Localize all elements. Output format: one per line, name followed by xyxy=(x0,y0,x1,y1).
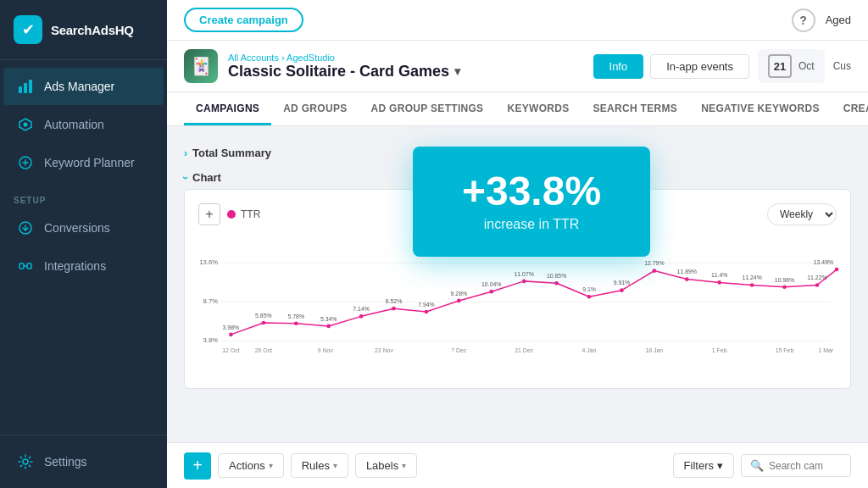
svg-text:9.28%: 9.28% xyxy=(451,291,468,297)
sidebar-item-settings[interactable]: Settings xyxy=(3,443,164,480)
sidebar-bottom: Settings xyxy=(0,435,167,488)
tab-ad-group-settings[interactable]: AD GROUP SETTINGS xyxy=(359,92,496,125)
filters-dropdown[interactable]: Filters ▾ xyxy=(673,453,734,478)
logo-text: SearchAdsHQ xyxy=(51,23,134,37)
account-dropdown-chevron[interactable]: ▾ xyxy=(454,64,460,78)
breadcrumb: All Accounts › AgedStudio xyxy=(228,53,460,63)
svg-rect-2 xyxy=(29,80,32,93)
svg-rect-1 xyxy=(24,83,27,93)
content-area: +33.8% increase in TTR › Total Summary ›… xyxy=(167,126,868,442)
sidebar-item-integrations[interactable]: Integrations xyxy=(3,247,164,285)
tab-inapp-button[interactable]: In-app events xyxy=(650,54,749,79)
user-label: Aged xyxy=(826,14,851,26)
svg-text:1 Feb: 1 Feb xyxy=(712,347,727,353)
filters-caret: ▾ xyxy=(717,459,723,472)
cus-label: Cus xyxy=(833,60,851,72)
tab-ad-groups[interactable]: AD GROUPS xyxy=(271,92,359,125)
ads-manager-icon xyxy=(17,78,34,95)
topbar-left: Create campaign xyxy=(184,8,303,32)
actions-dropdown[interactable]: Actions ▾ xyxy=(218,453,284,478)
svg-point-3 xyxy=(24,123,28,127)
ttr-legend-label: TTR xyxy=(241,208,260,220)
chart-controls-left: + TTR xyxy=(198,203,260,225)
data-point-15 xyxy=(717,280,721,285)
add-button[interactable]: + xyxy=(184,452,211,480)
help-button[interactable]: ? xyxy=(792,8,815,32)
highlight-pct: +33.8% xyxy=(462,171,601,212)
svg-text:9 Nov: 9 Nov xyxy=(318,347,334,353)
svg-text:9.91%: 9.91% xyxy=(614,280,631,286)
conversions-icon xyxy=(17,219,34,236)
y-label-mid: 8.7% xyxy=(203,297,219,305)
calendar-month: Oct xyxy=(798,60,815,72)
svg-text:5.78%: 5.78% xyxy=(287,313,304,319)
main-area: Create campaign ? Aged 🃏 All Accounts › … xyxy=(167,0,868,488)
keyword-planner-icon xyxy=(17,154,34,171)
breadcrumb-all[interactable]: All Accounts xyxy=(228,53,279,63)
chart-arrow: › xyxy=(180,176,192,180)
account-tabs: Info In-app events xyxy=(593,54,749,79)
search-wrap[interactable]: 🔍 xyxy=(741,454,851,477)
account-info: 🃏 All Accounts › AgedStudio Classic Soli… xyxy=(184,49,460,83)
account-header-right: Info In-app events 21 Oct Cus xyxy=(593,49,851,83)
data-point-9 xyxy=(522,280,526,284)
data-point-1 xyxy=(262,321,266,325)
integrations-label: Integrations xyxy=(44,259,106,273)
data-point-17 xyxy=(782,285,787,289)
topbar-right: ? Aged xyxy=(792,8,851,32)
rules-dropdown[interactable]: Rules ▾ xyxy=(291,453,348,478)
data-point-8 xyxy=(489,290,493,294)
svg-text:11.4%: 11.4% xyxy=(711,272,728,278)
svg-text:1 Mar: 1 Mar xyxy=(819,347,834,353)
labels-caret: ▾ xyxy=(402,461,406,470)
account-header: 🃏 All Accounts › AgedStudio Classic Soli… xyxy=(167,41,868,92)
data-point-3 xyxy=(326,324,331,329)
data-point-12 xyxy=(620,288,624,292)
svg-text:21 Dec: 21 Dec xyxy=(515,347,533,353)
filters-label: Filters xyxy=(684,459,714,472)
data-point-10 xyxy=(554,281,559,286)
tab-info-button[interactable]: Info xyxy=(593,54,644,79)
automation-icon xyxy=(17,116,34,133)
tab-creative-sets[interactable]: CREATIVE SETS xyxy=(832,92,868,125)
svg-text:9.1%: 9.1% xyxy=(582,286,596,292)
weekly-select[interactable]: Weekly xyxy=(767,203,837,225)
tab-keywords[interactable]: KEYWORDS xyxy=(495,92,581,125)
total-summary-label: Total Summary xyxy=(192,147,271,159)
search-icon: 🔍 xyxy=(750,459,764,472)
settings-icon xyxy=(17,453,34,470)
chart-add-metric-button[interactable]: + xyxy=(198,203,220,225)
svg-text:7.94%: 7.94% xyxy=(418,302,435,308)
bottom-toolbar: + Actions ▾ Rules ▾ Labels ▾ Filters ▾ 🔍 xyxy=(167,442,868,488)
create-campaign-button[interactable]: Create campaign xyxy=(184,8,303,32)
calendar-icon: 21 xyxy=(768,54,792,78)
breadcrumb-account[interactable]: AgedStudio xyxy=(287,53,335,63)
calendar-day: 21 xyxy=(774,60,786,73)
sidebar-item-keyword-planner[interactable]: Keyword Planner xyxy=(3,144,164,181)
sidebar-item-automation[interactable]: Automation xyxy=(3,106,164,143)
data-point-5 xyxy=(392,307,396,311)
labels-dropdown[interactable]: Labels ▾ xyxy=(355,453,417,478)
data-point-2 xyxy=(294,322,298,326)
search-input[interactable] xyxy=(769,460,837,472)
setup-section-label: SETUP xyxy=(0,182,167,208)
svg-text:5.34%: 5.34% xyxy=(320,316,337,322)
topbar: Create campaign ? Aged xyxy=(167,0,868,41)
svg-text:5.85%: 5.85% xyxy=(255,313,272,319)
data-point-6 xyxy=(425,310,429,314)
tab-search-terms[interactable]: SEARCH TERMS xyxy=(581,92,690,125)
svg-text:10.04%: 10.04% xyxy=(481,281,501,287)
data-point-14 xyxy=(685,277,689,281)
svg-text:26 Oct: 26 Oct xyxy=(255,347,272,353)
svg-text:18 Jan: 18 Jan xyxy=(645,347,663,353)
logo-area: ✔ SearchAdsHQ xyxy=(0,0,167,60)
sidebar-item-conversions[interactable]: Conversions xyxy=(3,209,164,247)
sidebar-item-ads-manager[interactable]: Ads Manager xyxy=(3,68,164,105)
data-point-4 xyxy=(359,314,364,319)
tab-negative-keywords[interactable]: NEGATIVE KEYWORDS xyxy=(689,92,832,125)
tab-campaigns[interactable]: CAMPAIGNS xyxy=(184,92,271,125)
calendar-widget[interactable]: 21 Oct xyxy=(758,49,825,83)
svg-point-8 xyxy=(23,459,28,464)
account-name-text: Classic Solitaire - Card Games xyxy=(228,63,449,80)
highlight-label: increase in TTR xyxy=(484,217,580,232)
